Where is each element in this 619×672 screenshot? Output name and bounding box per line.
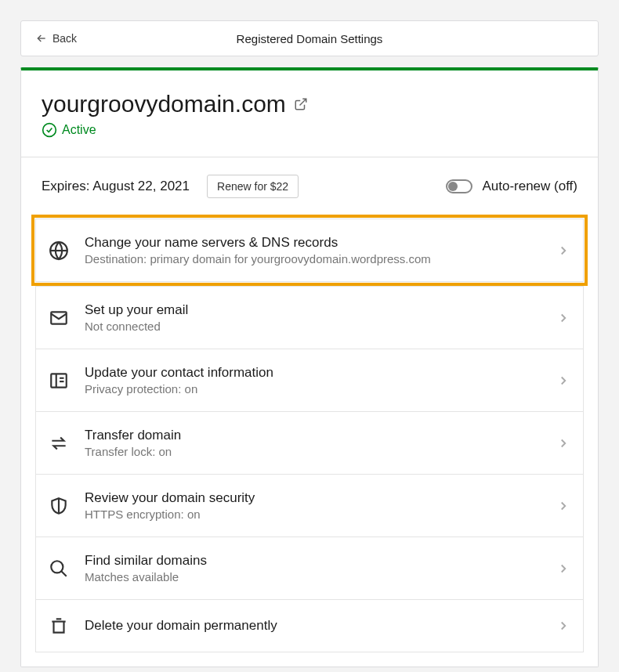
chevron-right-icon: [556, 311, 570, 325]
main-card: yourgroovydomain.com Active Expires: Aug…: [20, 67, 599, 667]
svg-point-0: [43, 124, 56, 137]
list-item-transfer[interactable]: Transfer domain Transfer lock: on: [35, 411, 584, 475]
chevron-right-icon: [556, 619, 570, 633]
mail-icon: [49, 308, 69, 328]
list-item-sub: Matches available: [85, 570, 541, 583]
list-item-similar[interactable]: Find similar domains Matches available: [35, 537, 584, 600]
list-item-sub: Privacy protection: on: [85, 382, 541, 396]
header-bar: Back Registered Domain Settings: [20, 20, 599, 56]
contact-icon: [49, 370, 69, 391]
list-item-title: Set up your email: [85, 302, 541, 318]
list-item-email[interactable]: Set up your email Not connected: [35, 286, 584, 349]
list-item-title: Update your contact information: [85, 365, 541, 381]
back-button[interactable]: Back: [35, 32, 77, 45]
list-item-security[interactable]: Review your domain security HTTPS encryp…: [35, 474, 584, 537]
back-label: Back: [52, 32, 77, 45]
chevron-right-icon: [556, 374, 570, 388]
list-item-sub: HTTPS encryption: on: [85, 508, 541, 521]
external-link-icon[interactable]: [294, 97, 308, 111]
renew-button[interactable]: Renew for $22: [207, 175, 299, 198]
trash-icon: [49, 616, 69, 636]
list-item-title: Change your name servers & DNS records: [85, 235, 541, 251]
domain-header: yourgroovydomain.com Active: [21, 70, 598, 157]
list-item-sub: Destination: primary domain for yourgroo…: [85, 252, 541, 266]
shield-icon: [49, 496, 69, 516]
list-item-dns[interactable]: Change your name servers & DNS records D…: [35, 219, 584, 282]
chevron-right-icon: [556, 499, 570, 513]
expiry-text: Expires: August 22, 2021: [42, 179, 190, 194]
status-badge: Active: [42, 122, 577, 138]
list-item-contact[interactable]: Update your contact information Privacy …: [35, 349, 584, 412]
autorenew-label: Auto-renew (off): [482, 179, 577, 194]
list-item-title: Delete your domain permanently: [85, 618, 541, 634]
domain-name: yourgroovydomain.com: [42, 91, 286, 117]
settings-list: Change your name servers & DNS records D…: [21, 219, 598, 667]
svg-point-4: [51, 561, 63, 573]
chevron-right-icon: [556, 562, 570, 576]
list-item-title: Review your domain security: [85, 490, 541, 506]
chevron-right-icon: [556, 244, 570, 258]
transfer-icon: [49, 433, 69, 453]
expiry-row: Expires: August 22, 2021 Renew for $22 A…: [21, 157, 598, 219]
search-icon: [49, 558, 69, 579]
list-item-sub: Transfer lock: on: [85, 445, 541, 458]
list-item-delete[interactable]: Delete your domain permanently: [35, 599, 584, 652]
check-circle-icon: [42, 122, 57, 138]
svg-rect-3: [51, 374, 67, 387]
status-text: Active: [62, 123, 96, 137]
list-item-title: Find similar domains: [85, 553, 541, 569]
page-title: Registered Domain Settings: [21, 32, 598, 45]
list-item-sub: Not connected: [85, 320, 541, 333]
list-item-title: Transfer domain: [85, 428, 541, 443]
arrow-left-icon: [35, 32, 48, 45]
globe-icon: [49, 240, 69, 261]
chevron-right-icon: [556, 436, 570, 450]
autorenew-toggle[interactable]: [446, 179, 472, 193]
